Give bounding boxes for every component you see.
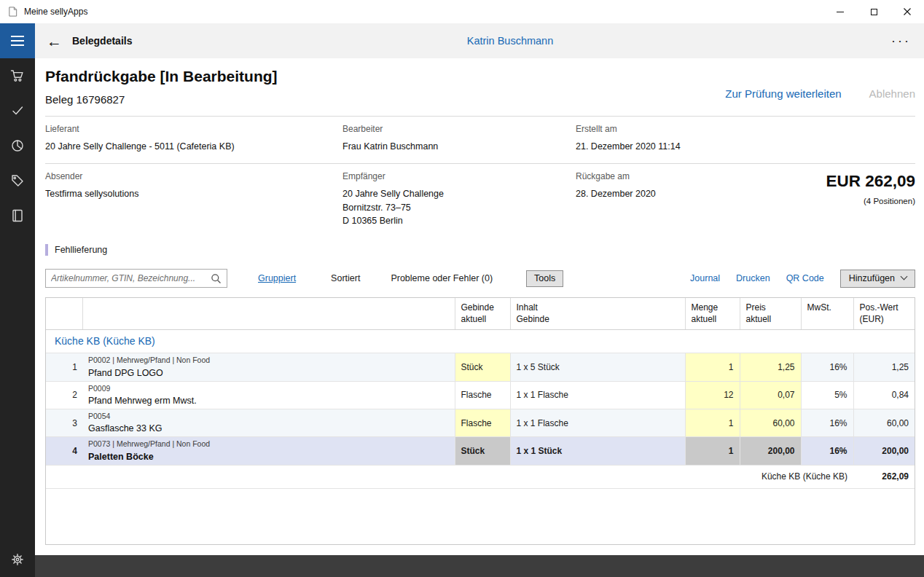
- field-label: Rückgabe am: [576, 171, 751, 181]
- tag-label: Fehllieferung: [55, 245, 107, 255]
- document-actions: Zur Prüfung weiterleiten Ablehnen: [725, 87, 915, 116]
- gebinde-cell[interactable]: Flasche: [455, 409, 510, 437]
- back-button[interactable]: ←: [35, 34, 72, 49]
- window-controls: [823, 0, 924, 23]
- col-menge-header: Menge aktuell: [685, 298, 740, 330]
- preis-cell[interactable]: 60,00: [740, 409, 801, 437]
- mwst-cell: 16%: [801, 409, 853, 437]
- hamburger-menu-button[interactable]: [0, 23, 35, 58]
- field-value-line: D 10365 Berlin: [342, 214, 561, 228]
- row-number: 4: [46, 437, 82, 465]
- field-bearbeiter: Bearbeiter Frau Katrin Buschmann: [342, 124, 576, 154]
- menge-cell[interactable]: 1: [685, 437, 740, 465]
- settings-gear-icon: [10, 552, 25, 567]
- journal-book-icon: [10, 208, 25, 223]
- hinzufuegen-label: Hinzufügen: [849, 273, 895, 283]
- article-search: [45, 269, 227, 288]
- gebinde-cell[interactable]: Stück: [455, 353, 510, 381]
- preis-cell[interactable]: 200,00: [740, 437, 801, 465]
- table-row[interactable]: 1 P0002 | Mehrweg/Pfand | Non Food Pfand…: [46, 353, 915, 381]
- field-label: Absender: [45, 171, 328, 181]
- field-value: Frau Katrin Buschmann: [342, 140, 561, 154]
- close-button[interactable]: [890, 0, 924, 23]
- article-meta: P0054: [88, 411, 449, 422]
- document-content: Pfandrückgabe [In Bearbeitung] Beleg 167…: [35, 58, 924, 555]
- titlebar: Meine sellyApps: [0, 0, 924, 23]
- minimize-button[interactable]: [823, 0, 857, 23]
- article-name: Gasflasche 33 KG: [88, 422, 449, 435]
- article-meta: P0073 | Mehrweg/Pfand | Non Food: [88, 439, 449, 450]
- col-inhalt-header: Inhalt Gebinde: [510, 298, 685, 330]
- menge-cell[interactable]: 12: [685, 381, 740, 409]
- close-icon: [902, 7, 912, 17]
- group-summary-row: Küche KB (Küche KB) 262,09: [46, 465, 915, 488]
- menge-cell[interactable]: 1: [685, 409, 740, 437]
- more-options-icon[interactable]: ···: [878, 34, 924, 49]
- journal-link[interactable]: Journal: [690, 273, 720, 283]
- article-name: Paletten Böcke: [88, 450, 449, 463]
- probleme-filter[interactable]: Probleme oder Fehler (0): [391, 273, 493, 283]
- gebinde-cell[interactable]: Flasche: [455, 381, 510, 409]
- chevron-down-icon: [901, 273, 908, 280]
- field-value-line: 20 Jahre Selly Challenge: [342, 187, 561, 201]
- article-meta: P0002 | Mehrweg/Pfand | Non Food: [88, 355, 449, 366]
- search-icon[interactable]: [208, 273, 227, 284]
- col-number-header: [46, 298, 82, 330]
- article-cell: P0054 Gasflasche 33 KG: [82, 409, 455, 437]
- app-icon: [7, 6, 18, 17]
- mwst-cell: 16%: [801, 437, 853, 465]
- field-label: Empfänger: [342, 171, 561, 181]
- search-input[interactable]: [46, 273, 208, 283]
- sidebar-item-labels[interactable]: [0, 163, 35, 198]
- col-article-header: [82, 298, 455, 330]
- info-row-2: Absender Testfirma sellysolutions Empfän…: [45, 164, 915, 235]
- reject-button: Ablehnen: [869, 87, 915, 116]
- cart-icon: [10, 68, 25, 83]
- drucken-link[interactable]: Drucken: [736, 273, 770, 283]
- app-window: Meine sellyApps: [0, 0, 924, 577]
- table-row[interactable]: 3 P0054 Gasflasche 33 KG Flasche 1 x 1 F…: [46, 409, 915, 437]
- hinzufuegen-button[interactable]: Hinzufügen: [840, 270, 915, 288]
- gruppiert-toggle[interactable]: Gruppiert: [258, 273, 296, 283]
- status-bar: [35, 555, 924, 577]
- table-row-selected[interactable]: 4 P0073 | Mehrweg/Pfand | Non Food Palet…: [46, 437, 915, 465]
- app-header-bar: ← Belegdetails Katrin Buschmann ···: [35, 23, 924, 58]
- info-row-1: Lieferant 20 Jahre Selly Challenge - 501…: [45, 117, 915, 164]
- wert-cell: 0,84: [853, 381, 915, 409]
- wert-cell: 60,00: [853, 409, 915, 437]
- mwst-cell: 16%: [801, 353, 853, 381]
- sidebar-item-journal[interactable]: [0, 198, 35, 233]
- sidebar-item-reports[interactable]: [0, 128, 35, 163]
- article-cell: P0009 Pfand Mehrweg erm Mwst.: [82, 381, 455, 409]
- toolbar-right: Journal Drucken QR Code Hinzufügen: [690, 270, 915, 288]
- sidebar-item-settings[interactable]: [0, 542, 35, 577]
- tools-button[interactable]: Tools: [526, 270, 563, 287]
- tag-color-bar: [45, 244, 48, 256]
- table-header-row: Gebinde aktuell Inhalt Gebinde Menge akt…: [46, 298, 915, 330]
- mwst-cell: 5%: [801, 381, 853, 409]
- row-number: 2: [46, 381, 82, 409]
- field-lieferant: Lieferant 20 Jahre Selly Challenge - 501…: [45, 124, 342, 154]
- field-value: Testfirma sellysolutions: [45, 187, 328, 201]
- field-empfaenger: Empfänger 20 Jahre Selly Challenge Borni…: [342, 171, 576, 228]
- forward-for-review-button[interactable]: Zur Prüfung weiterleiten: [725, 87, 841, 116]
- preis-cell[interactable]: 0,07: [740, 381, 801, 409]
- page-title: Belegdetails: [72, 35, 132, 47]
- maximize-button[interactable]: [857, 0, 890, 23]
- sortiert-toggle[interactable]: Sortiert: [331, 273, 360, 283]
- gebinde-cell[interactable]: Stück: [455, 437, 510, 465]
- qr-code-link[interactable]: QR Code: [786, 273, 824, 283]
- table-row[interactable]: 2 P0009 Pfand Mehrweg erm Mwst. Flasche …: [46, 381, 915, 409]
- sidebar-item-cart[interactable]: [0, 58, 35, 93]
- current-user-link[interactable]: Katrin Buschmann: [467, 35, 553, 47]
- col-mwst-header: MwSt.: [801, 298, 853, 330]
- document-number: Beleg 16796827: [45, 93, 278, 106]
- checkmark-icon: [10, 103, 25, 118]
- sidebar-item-tasks[interactable]: [0, 93, 35, 128]
- field-absender: Absender Testfirma sellysolutions: [45, 171, 342, 228]
- preis-cell[interactable]: 1,25: [740, 353, 801, 381]
- row-number: 1: [46, 353, 82, 381]
- row-number: 3: [46, 409, 82, 437]
- menge-cell[interactable]: 1: [685, 353, 740, 381]
- inhalt-cell: 1 x 1 Flasche: [510, 381, 685, 409]
